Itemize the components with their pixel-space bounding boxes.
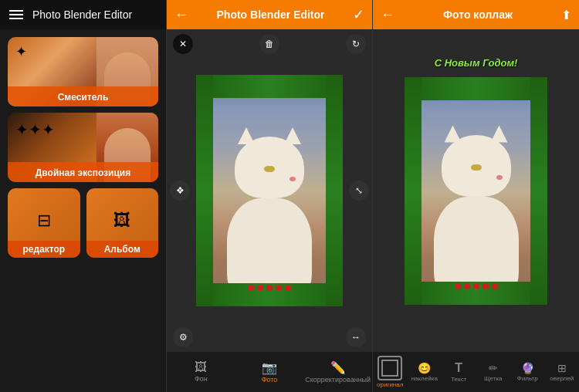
- overlay-icon: ⊞: [557, 362, 567, 374]
- berry-r: [464, 283, 470, 289]
- share-icon[interactable]: ⬆: [561, 8, 571, 22]
- album-label: Альбом: [86, 241, 159, 258]
- back-icon[interactable]: ←: [174, 7, 188, 23]
- tab-background[interactable]: 🖼 Фон: [167, 360, 235, 384]
- right-header: ← Фото коллаж ⬆: [373, 0, 579, 29]
- cat-nose-right: [496, 175, 503, 180]
- photo-tab-label: Фото: [262, 377, 278, 384]
- middle-header: ← Photo Blender Editor ✓: [167, 0, 372, 29]
- tab-photo[interactable]: 📷 Фото: [235, 360, 304, 384]
- original-icon: [378, 356, 402, 380]
- double-stars-icon: ✦✦✦: [15, 120, 55, 139]
- cat-photo-right: [405, 77, 547, 305]
- right-tab-overlay-label: оверлей: [550, 376, 574, 383]
- cat-head-right: [442, 135, 511, 197]
- editor-card[interactable]: ⊟ редактор: [8, 188, 80, 258]
- right-title: Фото коллаж: [401, 8, 555, 21]
- left-panel: Photo Blender Editor ✦ Смеситель ✦✦✦ Дво…: [0, 0, 166, 392]
- right-tab-sticker-label: наклейка: [411, 376, 438, 383]
- text-icon: T: [455, 361, 462, 375]
- berry: [276, 285, 282, 291]
- right-tab-brush-label: Щетка: [484, 376, 502, 383]
- album-card[interactable]: 🖼 Альбом: [86, 188, 159, 258]
- background-tab-icon: 🖼: [195, 360, 207, 374]
- move-button[interactable]: ↔: [346, 327, 366, 347]
- right-bottom-tabs: оригинал 😊 наклейка T Текст ✏ Щетка 🔮 Фи…: [373, 352, 579, 392]
- double-exposure-overlay: Двойная экспозиция: [8, 162, 158, 182]
- delete-button[interactable]: 🗑: [259, 34, 279, 54]
- frame-berries-right: [405, 283, 547, 299]
- cat-figure: [212, 121, 327, 306]
- right-tab-filter-label: Фильтр: [517, 376, 538, 383]
- right-tab-overlay[interactable]: ⊞ оверлей: [545, 362, 580, 383]
- editor-icon: ⊟: [37, 211, 51, 231]
- double-exposure-card[interactable]: ✦✦✦ Двойная экспозиция: [8, 113, 158, 182]
- resize-button[interactable]: ⤡: [349, 181, 369, 201]
- canvas-left-toolbar: ❖: [170, 181, 190, 201]
- sticker-icon: 😊: [418, 362, 431, 374]
- cat-figure-right: [418, 120, 534, 305]
- background-tab-label: Фон: [195, 376, 208, 384]
- left-header: Photo Blender Editor: [0, 0, 166, 29]
- right-tab-original[interactable]: оригинал: [373, 356, 408, 389]
- right-tab-text-label: Текст: [451, 377, 466, 384]
- double-exposure-label: Двойная экспозиция: [36, 167, 130, 178]
- corrected-tab-label: Скорректированный: [305, 377, 371, 384]
- canvas-top-toolbar: ✕ 🗑 ↻: [167, 34, 372, 54]
- close-button[interactable]: ✕: [173, 34, 193, 54]
- app-title: Photo Blender Editor: [32, 8, 132, 21]
- settings-button-bl[interactable]: ⚙: [173, 327, 193, 347]
- middle-bottom-tabs: 🖼 Фон 📷 Фото ✏️ Скорректированный: [167, 352, 372, 392]
- right-tab-sticker[interactable]: 😊 наклейка: [408, 362, 442, 383]
- check-icon[interactable]: ✓: [353, 6, 364, 23]
- right-panel: ← Фото коллаж ⬆ С Новым Годом!: [373, 0, 579, 392]
- berry: [285, 285, 291, 291]
- berry-r: [482, 283, 489, 289]
- frame-berries: [196, 285, 343, 300]
- corrected-tab-icon: ✏️: [330, 360, 346, 375]
- hamburger-icon[interactable]: [9, 10, 23, 19]
- berry: [248, 285, 254, 291]
- editor-label: редактор: [8, 241, 80, 258]
- cat-head: [235, 137, 304, 198]
- berry-r: [473, 283, 479, 289]
- blender-card-overlay: Смеситель: [8, 86, 158, 106]
- photo-tab-icon: 📷: [262, 360, 277, 375]
- new-year-text: С Новым Годом!: [396, 57, 556, 69]
- canvas-bottom-toolbar: ⚙ ↔: [167, 327, 372, 347]
- tab-corrected[interactable]: ✏️ Скорректированный: [303, 360, 372, 384]
- blender-icon: ✦: [15, 43, 27, 60]
- filter-icon: 🔮: [521, 362, 534, 374]
- left-content: ✦ Смеситель ✦✦✦ Двойная экспозиция ⊟ ред…: [0, 29, 166, 392]
- berry: [257, 285, 263, 291]
- original-icon-inner: [381, 360, 398, 377]
- cat-nose: [290, 177, 296, 181]
- right-tab-original-label: оригинал: [377, 382, 403, 389]
- right-tab-brush[interactable]: ✏ Щетка: [476, 362, 511, 383]
- rotate-button[interactable]: ↻: [346, 34, 366, 54]
- album-icon: 🖼: [113, 211, 130, 231]
- cat-photo-middle: [196, 75, 343, 306]
- blender-label: Смеситель: [58, 92, 109, 103]
- right-canvas: С Новым Годом!: [373, 29, 579, 352]
- middle-canvas: ✕ 🗑 ↻ ❖ ⤡ ⚙ ↔: [167, 29, 372, 352]
- right-tab-text[interactable]: T Текст: [442, 361, 476, 384]
- blender-card[interactable]: ✦ Смеситель: [8, 37, 158, 106]
- berry-r: [492, 283, 498, 289]
- berry-r: [455, 283, 461, 289]
- right-back-icon[interactable]: ←: [381, 7, 394, 23]
- cat-eye-right-r: [471, 164, 479, 171]
- berry: [266, 285, 273, 291]
- layers-button[interactable]: ❖: [170, 181, 190, 201]
- middle-panel: ← Photo Blender Editor ✓ ✕ 🗑 ↻ ❖ ⤡ ⚙ ↔: [166, 0, 373, 392]
- middle-title: Photo Blender Editor: [195, 8, 347, 21]
- brush-icon: ✏: [489, 362, 498, 374]
- cat-eye-right: [264, 166, 272, 172]
- canvas-right-toolbar: ⤡: [349, 181, 369, 201]
- right-tab-filter[interactable]: 🔮 Фильтр: [510, 362, 545, 383]
- bottom-cards: ⊟ редактор 🖼 Альбом: [8, 188, 158, 258]
